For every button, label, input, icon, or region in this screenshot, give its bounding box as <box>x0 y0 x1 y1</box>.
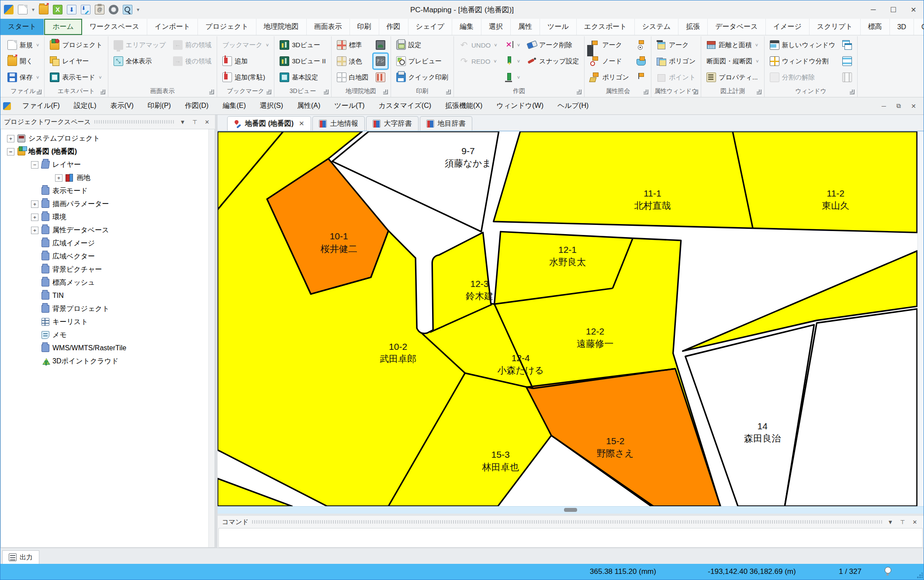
menu-選択(S)[interactable]: 選択(S) <box>253 101 290 110</box>
minimize-icon[interactable]: ─ <box>863 2 883 17</box>
command-close-icon[interactable]: ✕ <box>910 519 919 525</box>
button-アーク削除[interactable]: アーク削除 <box>524 37 581 53</box>
import-edit-icon-icon[interactable] <box>81 5 90 14</box>
dialog-launcher-icon[interactable] <box>644 90 648 94</box>
tree-item-表示モード[interactable]: 表示モード <box>31 184 88 197</box>
button-分割の解除[interactable]: 分割の解除 <box>767 69 838 85</box>
doc-tab-地目辞書[interactable]: 地目辞書 <box>420 116 472 131</box>
button-flagtarget[interactable] <box>633 37 648 53</box>
dialog-launcher-icon[interactable] <box>577 90 581 94</box>
dialog-launcher-icon[interactable] <box>100 90 105 94</box>
menu-拡張機能(X)[interactable]: 拡張機能(X) <box>438 101 489 110</box>
menu-ファイル(F)[interactable]: ファイル(F) <box>15 101 67 110</box>
dropdown-icon[interactable]: ˅ <box>99 75 101 80</box>
collapse-icon[interactable]: − <box>31 161 38 169</box>
dropdown-icon[interactable]: ˅ <box>517 59 520 64</box>
map-horizontal-scrollbar[interactable] <box>218 506 924 514</box>
dropdown-icon[interactable]: ˅ <box>756 59 758 64</box>
menu-属性(A)[interactable]: 属性(A) <box>290 101 327 110</box>
button-新しいウィンドウ[interactable]: 新しいウィンドウ <box>767 37 838 53</box>
button-淡色[interactable]: 淡色 <box>334 53 371 69</box>
command-drag-handle[interactable] <box>252 520 882 524</box>
button-白地図[interactable]: 白地図 <box>334 69 371 85</box>
button-ウィンドウ分割[interactable]: ウィンドウ分割 <box>767 53 838 69</box>
map-vertical-scrollbar[interactable] <box>917 131 924 506</box>
button-追加(常駐)[interactable]: 追加(常駐) <box>220 69 271 85</box>
tree-item-キーリスト[interactable]: キーリスト <box>31 315 88 328</box>
dialog-launcher-icon[interactable] <box>757 90 761 94</box>
button-tilered[interactable] <box>373 69 388 85</box>
ribbon-tab-ツール[interactable]: ツール <box>540 19 577 35</box>
mdi-minimize-icon[interactable]: ─ <box>877 100 890 112</box>
expand-icon[interactable]: + <box>7 135 14 142</box>
excel-export-icon-icon[interactable] <box>53 5 62 14</box>
hint-bulb-icon[interactable] <box>883 566 893 576</box>
menu-ツール(T)[interactable]: ツール(T) <box>327 101 371 110</box>
ribbon-tab-イメージ[interactable]: イメージ <box>766 19 810 35</box>
button-tilev[interactable] <box>840 69 855 85</box>
button-pengreen[interactable]: ˅ <box>502 53 523 69</box>
dialog-launcher-icon[interactable] <box>266 90 271 94</box>
dropdown-icon[interactable]: ˅ <box>36 75 39 80</box>
ribbon-tab-作図[interactable]: 作図 <box>379 19 408 35</box>
button-flagpt[interactable] <box>633 69 648 85</box>
ribbon-tab-インポート[interactable]: インポート <box>147 19 198 35</box>
button-nashi[interactable] <box>373 53 388 69</box>
maximize-icon[interactable]: ☐ <box>883 2 903 17</box>
ribbon-tab-標高[interactable]: 標高 <box>861 19 890 35</box>
ribbon-tab-シェイプ[interactable]: シェイプ <box>408 19 453 35</box>
button-レイヤー[interactable]: レイヤー <box>47 53 105 69</box>
dropdown-icon[interactable]: ˅ <box>494 59 496 64</box>
button-プレビュー[interactable]: プレビュー <box>394 53 451 69</box>
button-プロパティ...[interactable]: プロパティ... <box>704 69 761 85</box>
qat-overflow-icon[interactable]: ▾ <box>137 7 139 13</box>
expand-icon[interactable]: + <box>31 227 38 234</box>
parcel-11-block[interactable] <box>494 131 917 232</box>
menu-カスタマイズ(C)[interactable]: カスタマイズ(C) <box>372 101 438 110</box>
menu-設定(L)[interactable]: 設定(L) <box>67 101 104 110</box>
command-menu-icon[interactable]: ▼ <box>886 519 895 525</box>
button-ポイント[interactable]: ポイント <box>654 69 698 85</box>
button-photo[interactable] <box>373 37 388 53</box>
expand-icon[interactable]: + <box>31 214 38 221</box>
tree-item-地番図 (地番図)[interactable]: −地番図 (地番図) <box>7 145 77 158</box>
doc-tab-土地情報[interactable]: 土地情報 <box>312 116 365 131</box>
settings-gear-icon-icon[interactable] <box>109 5 118 14</box>
map-search-icon-icon[interactable] <box>123 5 132 14</box>
dialog-launcher-icon[interactable] <box>446 90 451 94</box>
menu-表示(V)[interactable]: 表示(V) <box>104 101 141 110</box>
button-tileh[interactable] <box>840 53 855 69</box>
mdi-close-icon[interactable]: ✕ <box>907 100 920 112</box>
button-polyblue[interactable] <box>633 53 648 69</box>
expand-icon[interactable]: + <box>55 174 62 182</box>
expand-icon[interactable]: + <box>31 200 38 208</box>
mdi-restore-icon[interactable]: ⧉ <box>892 100 905 112</box>
button-断面図・縦断図[interactable]: 断面図・縦断図˅ <box>704 53 761 69</box>
tree-item-環境[interactable]: +環境 <box>31 211 66 224</box>
tree-item-背景ピクチャー[interactable]: 背景ピクチャー <box>31 263 102 276</box>
button-全体表示[interactable]: 全体表示 <box>111 53 169 69</box>
button-追加[interactable]: 追加 <box>220 53 271 69</box>
button-UNDO[interactable]: UNDO˅ <box>457 37 500 53</box>
tab-close-icon[interactable]: ✕ <box>299 120 305 128</box>
ribbon-tab-編集[interactable]: 編集 <box>452 19 481 35</box>
button-REDO[interactable]: REDO˅ <box>457 53 500 69</box>
dialog-launcher-icon[interactable] <box>850 90 855 94</box>
dropdown-icon[interactable]: ˅ <box>494 42 497 48</box>
button-ポリゴン[interactable]: ポリゴン <box>654 53 698 69</box>
button-ブックマーク[interactable]: ブックマーク˅ <box>220 37 271 53</box>
tree-item-メモ[interactable]: メモ <box>31 328 67 342</box>
ribbon-tab-GL[interactable]: GL <box>914 19 924 35</box>
button-クイック印刷[interactable]: クイック印刷 <box>394 69 451 85</box>
new-doc-dropdown-icon[interactable]: ▾ <box>32 7 35 13</box>
ribbon-tab-ホーム[interactable]: ホーム <box>44 19 82 35</box>
command-pin-icon[interactable]: ⊤ <box>898 519 907 525</box>
panel-close-icon[interactable]: ✕ <box>203 119 211 125</box>
menu-作図(D)[interactable]: 作図(D) <box>178 101 215 110</box>
output-tab[interactable]: 出力 <box>2 550 39 564</box>
button-後の領域[interactable]: 後の領域 <box>170 53 214 69</box>
dropdown-icon[interactable]: ˅ <box>36 42 39 48</box>
dialog-launcher-icon[interactable] <box>37 90 42 94</box>
menu-ヘルプ(H)[interactable]: ヘルプ(H) <box>550 101 595 110</box>
panel-menu-icon[interactable]: ▼ <box>178 119 187 125</box>
